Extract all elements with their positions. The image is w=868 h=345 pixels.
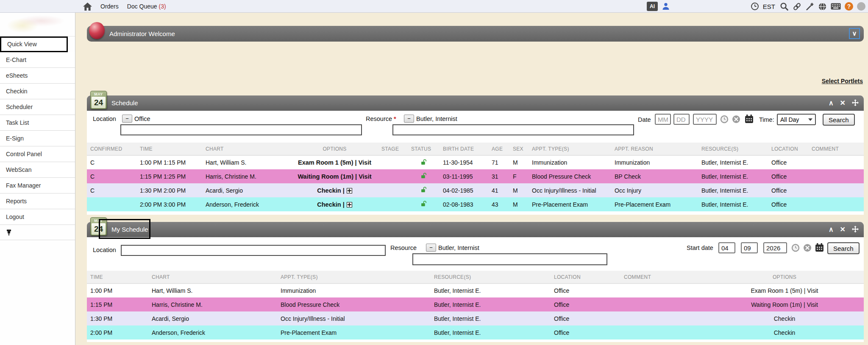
resource-minus-button[interactable]: −	[426, 244, 436, 252]
globe-icon[interactable]	[818, 2, 827, 11]
age-cell: 43	[488, 197, 509, 211]
status-cell[interactable]	[408, 183, 440, 197]
select-portlets-link[interactable]: Select Portlets	[822, 78, 863, 84]
resource-label: Resource *	[366, 115, 396, 122]
sex-cell: M	[509, 197, 529, 211]
sidebar-item-e-chart[interactable]: E-Chart	[0, 52, 75, 68]
chart-cell[interactable]: Hart, William S.	[202, 155, 291, 169]
birth-date-cell: 11-30-1954	[440, 155, 488, 169]
schedule-search-button[interactable]: Search	[823, 114, 855, 126]
options-links[interactable]: Waiting Room (1m) | Visit	[298, 173, 371, 180]
sidebar-item-checkin[interactable]: Checkin	[0, 84, 75, 99]
col-sex: SEX	[509, 143, 529, 155]
sidebar-item-logout[interactable]: Logout	[0, 209, 75, 225]
sidebar-item-fax-manager[interactable]: Fax Manager	[0, 178, 75, 194]
calendar-badge: MAY 24	[90, 217, 107, 236]
clear-date-icon[interactable]	[803, 244, 812, 254]
collapse-icon[interactable]: ∧	[829, 100, 834, 107]
expand-plus-icon[interactable]	[347, 202, 352, 208]
move-icon[interactable]	[852, 99, 859, 107]
chart-cell[interactable]: Anderson, Frederick	[202, 197, 291, 211]
sidebar-pin-toggle[interactable]	[0, 225, 75, 240]
sidebar-item-webscan[interactable]: WebScan	[0, 162, 75, 178]
table-row: C 1:15 PM 1:25 PM Harris, Christine M. W…	[87, 169, 864, 183]
options-cell[interactable]: Waiting Room (1m) | Visit	[291, 169, 378, 183]
options-links[interactable]: Exam Room 1 (5m) | Visit	[298, 159, 371, 166]
my-schedule-search-button[interactable]: Search	[827, 242, 860, 254]
expand-plus-icon[interactable]	[347, 188, 352, 194]
resource-input[interactable]	[412, 253, 607, 265]
start-date-label: Start date	[687, 244, 713, 251]
nav-orders[interactable]: Orders	[100, 3, 119, 10]
resource-label-text: Resource	[366, 115, 392, 122]
appt-type-cell: Pre-Placement Exam	[277, 325, 431, 339]
clock-icon[interactable]	[751, 2, 759, 11]
time-picker-icon[interactable]	[720, 115, 729, 125]
collapse-icon[interactable]: ∧	[829, 226, 834, 233]
options-cell[interactable]: Checkin	[705, 325, 864, 339]
resource-minus-button[interactable]: −	[404, 115, 414, 123]
resource-cell: Butler, Internist E.	[698, 169, 768, 183]
chart-cell[interactable]: Harris, Christine M.	[202, 169, 291, 183]
nav-doc-queue[interactable]: Doc Queue (3)	[127, 3, 166, 10]
wand-icon[interactable]	[805, 2, 814, 11]
keyboard-icon[interactable]	[831, 3, 841, 10]
options-cell[interactable]: Waiting Room (1m) | Visit	[705, 297, 864, 311]
help-icon[interactable]: ?	[845, 2, 853, 11]
sidebar-item-scheduler[interactable]: Scheduler	[0, 99, 75, 115]
options-cell[interactable]: Checkin |	[291, 197, 378, 211]
unlock-icon	[420, 200, 427, 207]
location-input[interactable]	[120, 124, 362, 135]
status-cell[interactable]	[408, 169, 440, 183]
status-cell[interactable]	[408, 197, 440, 211]
chart-cell[interactable]: Hart, William S.	[148, 283, 277, 297]
status-cell[interactable]	[408, 155, 440, 169]
chart-cell[interactable]: Anderson, Frederick	[148, 325, 277, 339]
sidebar-item-task-list[interactable]: Task List	[0, 115, 75, 131]
time-picker-icon[interactable]	[791, 244, 800, 254]
user-icon[interactable]	[662, 2, 670, 11]
sidebar-item-control-panel[interactable]: Control Panel	[0, 146, 75, 162]
location-label: Location	[93, 247, 116, 253]
close-icon[interactable]: ✕	[840, 226, 846, 233]
date-yyyy-input[interactable]	[693, 114, 717, 125]
location-input[interactable]	[121, 245, 386, 256]
comment-cell	[620, 311, 705, 325]
options-cell[interactable]: Checkin |	[291, 183, 378, 197]
date-mm-input[interactable]	[655, 114, 671, 125]
ai-badge[interactable]: AI	[647, 2, 658, 11]
search-icon[interactable]	[780, 2, 789, 11]
options-links[interactable]: Checkin |	[317, 201, 345, 208]
options-cell[interactable]: Exam Room 1 (5m) | Visit	[705, 283, 864, 297]
resource-cell: Butler, Internist E.	[698, 183, 768, 197]
link-icon[interactable]	[793, 2, 801, 11]
close-icon[interactable]: ✕	[840, 100, 846, 107]
sidebar-item-reports[interactable]: Reports	[0, 194, 75, 209]
sidebar-item-e-sign[interactable]: E-Sign	[0, 131, 75, 146]
start-yyyy-input[interactable]	[763, 242, 787, 253]
clear-date-icon[interactable]	[732, 115, 740, 125]
confirmed-cell	[87, 197, 136, 211]
sidebar-item-esheets[interactable]: eSheets	[0, 68, 75, 84]
calendar-picker-icon[interactable]	[745, 115, 754, 125]
start-dd-input[interactable]	[741, 242, 758, 253]
comment-cell	[808, 197, 864, 211]
options-cell[interactable]: Exam Room 1 (5m) | Visit	[291, 155, 378, 169]
time-select[interactable]: All Day	[777, 114, 816, 125]
location-minus-button[interactable]: −	[122, 115, 132, 123]
options-links[interactable]: Checkin |	[317, 187, 345, 194]
home-icon[interactable]	[83, 3, 92, 11]
chart-cell[interactable]: Harris, Christine M.	[148, 297, 277, 311]
start-mm-input[interactable]	[718, 242, 735, 253]
doc-queue-count-badge: (3)	[159, 3, 166, 10]
date-dd-input[interactable]	[673, 114, 690, 125]
chart-cell[interactable]: Acardi, Sergio	[148, 311, 277, 325]
move-icon[interactable]	[852, 226, 859, 234]
stage-cell	[378, 183, 408, 197]
calendar-picker-icon[interactable]	[815, 243, 824, 254]
chart-cell[interactable]: Acardi, Sergio	[202, 183, 291, 197]
sidebar-item-quick-view[interactable]: Quick View	[0, 36, 68, 52]
welcome-collapse-button[interactable]: ∨	[849, 28, 860, 39]
options-cell[interactable]: Checkin	[705, 311, 864, 325]
resource-input[interactable]	[392, 124, 634, 135]
